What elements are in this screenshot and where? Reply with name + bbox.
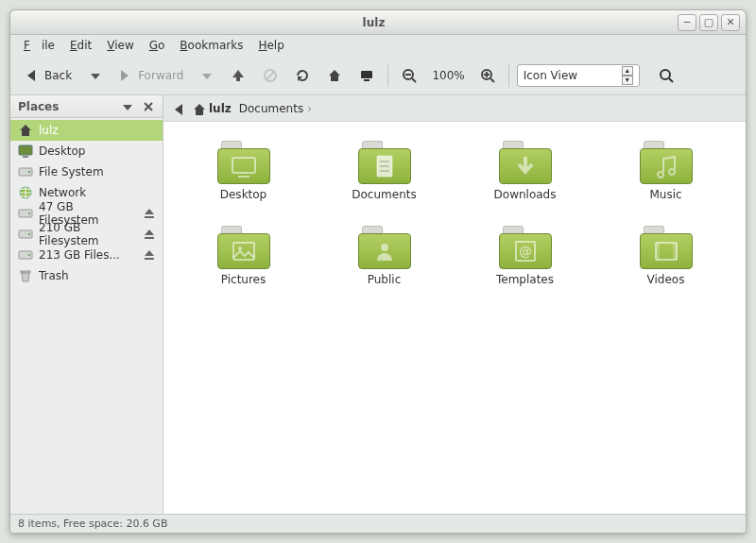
view-mode-spinner[interactable]: ▴▾ (622, 66, 633, 85)
zoom-in-button[interactable] (474, 65, 501, 86)
eject-icon[interactable] (142, 227, 155, 243)
sidebar-item-trash[interactable]: Trash (10, 265, 163, 286)
menubar: File Edit View Go Bookmarks Help (10, 35, 746, 56)
sidebar-title: Places (18, 100, 59, 113)
view-mode-label: Icon View (524, 69, 577, 82)
sidebar-item-label: lulz (39, 124, 59, 137)
minimize-button[interactable]: ─ (678, 14, 696, 31)
folder-icon (499, 226, 552, 269)
folder-label: Desktop (220, 188, 267, 201)
breadcrumb-home-label: lulz (209, 102, 232, 115)
folder-label: Templates (496, 273, 554, 286)
zoom-out-button[interactable] (396, 65, 422, 86)
computer-button[interactable] (353, 65, 380, 86)
close-window-button[interactable]: ✕ (721, 14, 740, 31)
home-icon (192, 102, 205, 115)
folder-label: Music (649, 188, 681, 201)
folder-icon (358, 226, 411, 269)
folder-label: Documents (352, 188, 416, 201)
main-pane: lulz Documents › DesktopDocumentsDownloa… (163, 95, 746, 514)
arrow-right-icon (119, 68, 132, 83)
folder-public[interactable]: Public (323, 226, 445, 286)
breadcrumb-item[interactable]: Documents › (239, 102, 312, 115)
back-label: Back (44, 69, 72, 82)
stop-icon (263, 68, 278, 83)
chevron-down-icon[interactable] (121, 100, 134, 113)
zoom-in-icon (480, 68, 495, 83)
breadcrumb-label: Documents (239, 102, 303, 115)
folder-templates[interactable]: Templates (464, 226, 586, 286)
titlebar[interactable]: lulz ─ ▢ ✕ (10, 10, 746, 35)
menu-go[interactable]: Go (144, 37, 171, 54)
status-bar: 8 items, Free space: 20.6 GB (10, 514, 746, 533)
arrow-left-icon (26, 68, 39, 83)
sidebar-item-label: Network (39, 186, 86, 199)
sidebar-header: Places (10, 95, 163, 118)
menu-file[interactable]: File (18, 37, 60, 54)
home-icon (18, 123, 33, 138)
chevron-right-icon: › (307, 102, 312, 115)
forward-button[interactable]: Forward (113, 65, 189, 86)
menu-help[interactable]: Help (252, 37, 289, 54)
sidebar-item-213-gb-files-[interactable]: 213 GB Files... (10, 245, 163, 265)
status-text: 8 items, Free space: 20.6 GB (18, 518, 167, 530)
folder-videos[interactable]: Videos (605, 226, 727, 286)
view-mode-select[interactable]: Icon View ▴▾ (517, 64, 640, 87)
drive-icon (18, 247, 33, 263)
chevron-down-icon (89, 69, 102, 82)
forward-dropdown[interactable] (195, 66, 219, 85)
arrow-up-icon (231, 68, 246, 83)
toolbar: Back Forward 100% Icon View ▴▾ (10, 56, 746, 95)
menu-bookmarks[interactable]: Bookmarks (174, 37, 249, 54)
search-icon (659, 68, 674, 83)
eject-icon[interactable] (142, 247, 155, 263)
back-button[interactable]: Back (20, 65, 77, 86)
up-button[interactable] (225, 65, 251, 86)
folder-downloads[interactable]: Downloads (464, 141, 586, 201)
drive-icon (18, 227, 33, 242)
computer-icon (359, 68, 374, 83)
sidebar-item-file-system[interactable]: File System (10, 161, 163, 182)
sidebar: Places lulzDesktopFile SystemNetwork47 G… (10, 95, 163, 514)
back-dropdown[interactable] (83, 66, 108, 85)
desktop-icon (18, 144, 33, 159)
reload-button[interactable] (289, 65, 316, 86)
sidebar-list: lulzDesktopFile SystemNetwork47 GB Files… (10, 118, 163, 514)
folder-icon (217, 141, 270, 184)
folder-documents[interactable]: Documents (323, 141, 445, 201)
forward-label: Forward (138, 69, 183, 82)
drive-icon (18, 206, 33, 221)
eject-icon[interactable] (142, 206, 155, 222)
menu-view[interactable]: View (101, 37, 139, 54)
folder-icon (640, 141, 693, 184)
stop-button[interactable] (257, 65, 284, 86)
sidebar-item-label: Desktop (39, 144, 86, 158)
folder-icon (217, 226, 270, 269)
maximize-button[interactable]: ▢ (699, 14, 718, 31)
close-icon[interactable] (142, 100, 155, 113)
folder-pictures[interactable]: Pictures (182, 226, 304, 286)
path-back-icon[interactable] (173, 102, 184, 115)
pathbar: lulz Documents › (163, 95, 746, 122)
folder-label: Pictures (221, 273, 266, 286)
sidebar-item-label: 210 GB Filesystem (39, 221, 136, 247)
breadcrumb-home[interactable]: lulz (192, 102, 232, 115)
folder-label: Public (368, 273, 402, 286)
sidebar-item-210-gb-filesystem[interactable]: 210 GB Filesystem (10, 224, 163, 245)
sidebar-item-desktop[interactable]: Desktop (10, 141, 163, 161)
folder-icon (358, 141, 411, 184)
drive-icon (18, 164, 33, 179)
zoom-level: 100% (428, 69, 468, 82)
network-icon (18, 185, 33, 200)
menu-edit[interactable]: Edit (64, 37, 97, 54)
folder-label: Downloads (494, 188, 557, 201)
folder-desktop[interactable]: Desktop (182, 141, 304, 201)
sidebar-item-lulz[interactable]: lulz (10, 120, 163, 141)
icon-view[interactable]: DesktopDocumentsDownloadsMusicPicturesPu… (163, 122, 746, 514)
sidebar-item-label: 213 GB Files... (39, 248, 120, 262)
folder-music[interactable]: Music (605, 141, 727, 201)
search-button[interactable] (653, 65, 679, 86)
sidebar-item-label: File System (39, 165, 104, 178)
reload-icon (295, 68, 310, 83)
home-button[interactable] (321, 65, 348, 86)
